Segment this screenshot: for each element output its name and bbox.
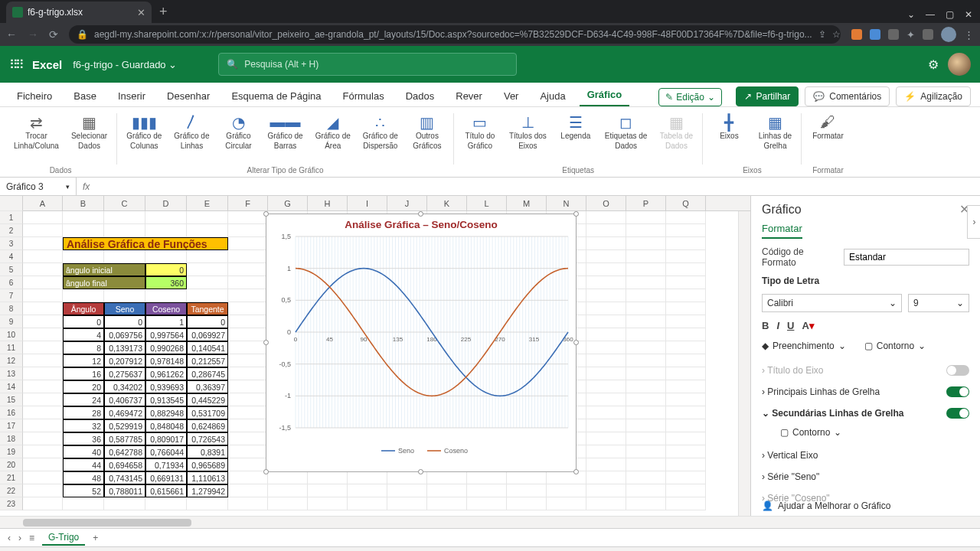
resize-handle[interactable] [573,340,579,345]
cell[interactable] [387,497,427,510]
line-chart-button[interactable]: 〳Gráfico deLinhas [174,113,209,150]
data-labels-button[interactable]: ◻Etiquetas deDados [605,113,648,150]
cell[interactable]: 28 [63,406,104,419]
cell[interactable] [23,393,63,406]
puzzle-icon[interactable]: ✦ [906,29,915,41]
cell[interactable] [104,224,145,237]
cell[interactable]: 1 [145,315,187,328]
cell[interactable] [626,328,666,341]
row-header[interactable]: 17 [0,419,23,432]
ext-icon-3[interactable] [888,29,899,40]
cell[interactable] [23,315,63,328]
cell[interactable] [308,471,348,484]
editing-mode-button[interactable]: Edição ⌄ [658,88,722,106]
col-header[interactable]: D [145,196,187,210]
cell[interactable] [586,328,626,341]
cell[interactable] [23,211,63,224]
cell[interactable] [63,211,104,224]
cell[interactable]: 0,531709 [187,406,228,419]
cell[interactable] [467,484,507,497]
scatter-chart-button[interactable]: ∴Gráfico deDispersão [363,113,398,150]
ext-icon-2[interactable] [870,29,880,40]
cell[interactable] [228,419,268,432]
cell[interactable] [187,250,228,263]
row-header[interactable]: 19 [0,445,23,458]
font-color-button[interactable]: A▾ [802,320,814,331]
vertical-scrollbar[interactable] [738,211,750,516]
cell[interactable]: 0,766044 [145,445,187,458]
row-header[interactable]: 15 [0,393,23,406]
cell[interactable] [666,497,706,510]
legend-button[interactable]: ☰Legenda [559,113,593,140]
cell[interactable] [666,406,706,419]
cell[interactable]: 8 [63,341,104,354]
cell[interactable] [586,276,626,289]
axes-button[interactable]: ╋Eixos [712,113,746,140]
collapse-pane-icon[interactable]: › [967,205,980,239]
tab-ajuda[interactable]: Ajuda [532,85,573,106]
cell[interactable] [626,263,666,276]
cell[interactable] [467,497,507,510]
cell[interactable] [23,263,63,276]
cell[interactable]: 1,279942 [187,484,228,497]
cell[interactable] [547,471,586,484]
cell[interactable] [427,484,467,497]
cell[interactable]: 0,809017 [145,432,187,445]
cell[interactable]: 36 [63,432,104,445]
tab-ver[interactable]: Ver [496,85,527,106]
cell[interactable] [586,393,626,406]
cell[interactable] [228,315,268,328]
format-button[interactable]: 🖌Formatar [811,113,844,140]
cell[interactable]: 44 [63,458,104,471]
format-code-input[interactable] [844,249,969,266]
cell[interactable] [23,328,63,341]
row-header[interactable]: 23 [0,497,23,510]
close-tab-icon[interactable]: ✕ [137,7,145,18]
col-header[interactable]: O [586,196,626,210]
resize-handle[interactable] [263,469,269,474]
cell[interactable] [228,237,268,250]
cell[interactable] [104,289,145,302]
cell[interactable] [666,289,706,302]
cell[interactable] [666,471,706,484]
select-data-button[interactable]: ▦SelecionarDados [71,113,107,150]
cell[interactable] [547,497,586,510]
cell[interactable] [586,458,626,471]
cell[interactable]: 0,913545 [145,393,187,406]
next-sheet-icon[interactable]: › [18,533,21,543]
resize-handle[interactable] [263,211,269,217]
cell[interactable]: 12 [63,354,104,367]
select-all-corner[interactable] [0,196,23,211]
reload-icon[interactable]: ⟳ [49,28,58,41]
cell[interactable] [626,289,666,302]
cell[interactable] [666,302,706,315]
row-header[interactable]: 1 [0,211,23,224]
cell[interactable]: ângulo final [63,276,145,289]
cell[interactable] [228,497,268,510]
cell[interactable]: 0,587785 [104,432,145,445]
cell[interactable] [666,458,706,471]
gridlines-button[interactable]: ▦Linhas deGrelha [758,113,792,150]
cell[interactable] [145,250,187,263]
cell[interactable] [586,445,626,458]
cell[interactable] [666,328,706,341]
cell[interactable] [586,302,626,315]
cell[interactable] [23,471,63,484]
back-icon[interactable]: ← [6,28,17,41]
cell[interactable] [666,419,706,432]
col-header[interactable]: M [507,196,547,210]
cell[interactable]: 0,642788 [104,445,145,458]
cell[interactable] [586,484,626,497]
cell[interactable] [666,380,706,393]
cell[interactable] [427,471,467,484]
all-sheets-icon[interactable]: ≡ [29,533,34,543]
cell[interactable] [666,484,706,497]
cell[interactable] [104,250,145,263]
search-input[interactable]: 🔍 Pesquisa (Alt + H) [218,53,517,76]
cell[interactable] [145,224,187,237]
row-header[interactable]: 13 [0,367,23,380]
cell[interactable] [23,276,63,289]
cell[interactable]: 0,406737 [104,393,145,406]
share-button[interactable]: ↗ Partilhar [736,86,799,106]
maximize-icon[interactable]: ▢ [946,9,954,20]
